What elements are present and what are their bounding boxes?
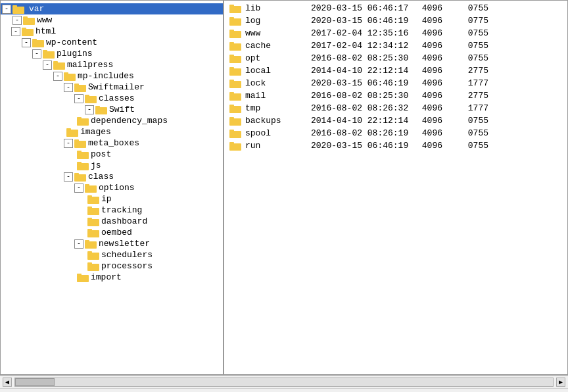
tree-item-meta-boxes[interactable]: - meta_boxes xyxy=(1,137,223,149)
expand-icon-newsletter[interactable]: - xyxy=(74,239,83,249)
svg-rect-13 xyxy=(64,74,76,81)
svg-rect-30 xyxy=(77,162,82,164)
tree-item-oembed[interactable]: oembed xyxy=(1,227,223,238)
tree-item-dashboard[interactable]: dashboard xyxy=(1,216,223,227)
expand-icon-www[interactable]: - xyxy=(12,16,22,25)
svg-rect-56 xyxy=(229,30,234,32)
scroll-right-button[interactable]: ▶ xyxy=(556,378,565,387)
file-row[interactable]: log 2020-03-15 06:46:19 4096 0775 xyxy=(224,14,567,27)
svg-rect-51 xyxy=(229,6,241,13)
scrollbar-track[interactable] xyxy=(14,378,554,387)
file-size: 4096 xyxy=(416,28,456,38)
tree-label-import: import xyxy=(91,272,122,282)
tree-item-images[interactable]: images xyxy=(1,126,223,137)
file-name: lock xyxy=(245,78,311,88)
tree-label-tracking: tracking xyxy=(101,205,142,215)
file-row[interactable]: cache 2017-02-04 12:34:12 4096 0755 xyxy=(224,39,567,52)
folder-icon-mailpress xyxy=(53,61,65,70)
tree-item-html[interactable]: - html xyxy=(1,26,223,37)
file-row[interactable]: spool 2016-08-02 08:26:19 4096 0755 xyxy=(224,127,567,139)
svg-rect-63 xyxy=(229,81,241,88)
file-row[interactable]: opt 2016-08-02 08:25:30 4096 0755 xyxy=(224,52,567,64)
tree-label-oembed: oembed xyxy=(101,228,132,237)
folder-icon-newsletter xyxy=(85,239,97,249)
tree-item-dependency-maps[interactable]: dependency_maps xyxy=(1,115,223,126)
folder-icon-classes xyxy=(85,94,97,103)
expand-icon-var[interactable]: - xyxy=(2,5,11,14)
tree-label-www: www xyxy=(37,15,52,25)
tree-item-import[interactable]: import xyxy=(1,272,223,283)
expand-icon-class[interactable]: - xyxy=(64,172,73,182)
file-perms: 0755 xyxy=(456,3,488,13)
file-row[interactable]: run 2020-03-15 06:46:19 4096 0755 xyxy=(224,139,567,152)
tree-item-options[interactable]: - options xyxy=(1,182,223,193)
tree-item-schedulers[interactable]: schedulers xyxy=(1,249,223,260)
file-row[interactable]: lib 2020-03-15 06:46:17 4096 0755 xyxy=(224,2,567,14)
file-row[interactable]: local 2014-04-10 22:12:14 4096 2775 xyxy=(224,64,567,77)
file-name: lib xyxy=(245,3,311,13)
folder-icon-meta-boxes xyxy=(74,139,86,148)
expand-icon-wp-content[interactable]: - xyxy=(22,38,31,47)
expand-icon-meta-boxes[interactable]: - xyxy=(64,139,73,148)
svg-rect-22 xyxy=(77,117,82,119)
tree-item-ip[interactable]: ip xyxy=(1,193,223,205)
tree-item-js[interactable]: js xyxy=(1,160,223,171)
tree-item-plugins[interactable]: - plugins xyxy=(1,48,223,59)
svg-rect-37 xyxy=(87,208,99,215)
file-date: 2016-08-02 08:25:30 xyxy=(311,91,416,101)
tree-label-newsletter: newsletter xyxy=(99,239,150,249)
file-row[interactable]: tmp 2016-08-02 08:26:32 4096 1777 xyxy=(224,102,567,114)
file-perms: 1777 xyxy=(456,78,488,88)
tree-label-post: post xyxy=(91,149,111,159)
folder-icon-tracking xyxy=(87,206,99,215)
tree-item-classes[interactable]: - classes xyxy=(1,93,223,104)
tree-item-www[interactable]: - www xyxy=(1,14,223,26)
tree-item-processors[interactable]: processors xyxy=(1,260,223,272)
file-tree[interactable]: - var - www - html - xyxy=(1,1,224,374)
tree-label-swift: Swift xyxy=(109,105,135,114)
expand-icon-swift[interactable]: - xyxy=(85,105,94,114)
expand-icon-swiftmailer[interactable]: - xyxy=(64,83,73,92)
horizontal-scrollbar[interactable]: ◀ ▶ xyxy=(0,375,568,388)
scrollbar-thumb[interactable] xyxy=(15,378,55,386)
expand-icon-classes[interactable]: - xyxy=(74,94,83,103)
svg-rect-18 xyxy=(85,95,89,97)
file-date: 2014-04-10 22:12:14 xyxy=(311,66,416,76)
file-row[interactable]: backups 2014-04-10 22:12:14 4096 0755 xyxy=(224,114,567,127)
svg-rect-10 xyxy=(43,50,47,52)
file-perms: 0755 xyxy=(456,53,488,63)
expand-icon-mailpress[interactable]: - xyxy=(43,61,52,70)
tree-item-tracking[interactable]: tracking xyxy=(1,205,223,216)
file-name: mail xyxy=(245,91,311,101)
file-name: backups xyxy=(245,116,311,126)
tree-item-var[interactable]: - var xyxy=(1,3,223,14)
tree-item-mailpress[interactable]: - mailpress xyxy=(1,59,223,70)
svg-rect-19 xyxy=(95,107,107,114)
tree-item-wp-content[interactable]: - wp-content xyxy=(1,37,223,48)
svg-rect-61 xyxy=(229,68,241,76)
svg-rect-14 xyxy=(64,72,68,74)
svg-rect-58 xyxy=(229,42,234,44)
file-size: 4096 xyxy=(416,53,456,63)
file-row[interactable]: www 2017-02-04 12:35:16 4096 0755 xyxy=(224,27,567,39)
tree-item-class[interactable]: - class xyxy=(1,171,223,182)
file-row[interactable]: mail 2016-08-02 08:25:30 4096 2775 xyxy=(224,89,567,102)
tree-item-swift[interactable]: - Swift xyxy=(1,104,223,115)
tree-item-mp-includes[interactable]: - mp-includes xyxy=(1,70,223,82)
expand-icon-mp-includes[interactable]: - xyxy=(53,72,62,81)
file-row[interactable]: lock 2020-03-15 06:46:19 4096 1777 xyxy=(224,77,567,89)
tree-item-newsletter[interactable]: - newsletter xyxy=(1,238,223,249)
file-perms: 0755 xyxy=(456,141,488,151)
expand-icon-plugins[interactable]: - xyxy=(32,49,41,59)
folder-icon-ip xyxy=(87,195,99,204)
tree-item-swiftmailer[interactable]: - Swiftmailer xyxy=(1,82,223,93)
expand-icon-html[interactable]: - xyxy=(11,27,20,36)
svg-rect-12 xyxy=(53,61,58,63)
tree-item-post[interactable]: post xyxy=(1,149,223,160)
svg-rect-45 xyxy=(87,253,99,260)
folder-icon xyxy=(229,129,241,138)
status-bar: https://blog.csdn.net/gd_9988 xyxy=(0,388,568,392)
scroll-left-button[interactable]: ◀ xyxy=(3,378,12,387)
file-date: 2020-03-15 06:46:19 xyxy=(311,141,416,151)
expand-icon-options[interactable]: - xyxy=(74,184,83,193)
